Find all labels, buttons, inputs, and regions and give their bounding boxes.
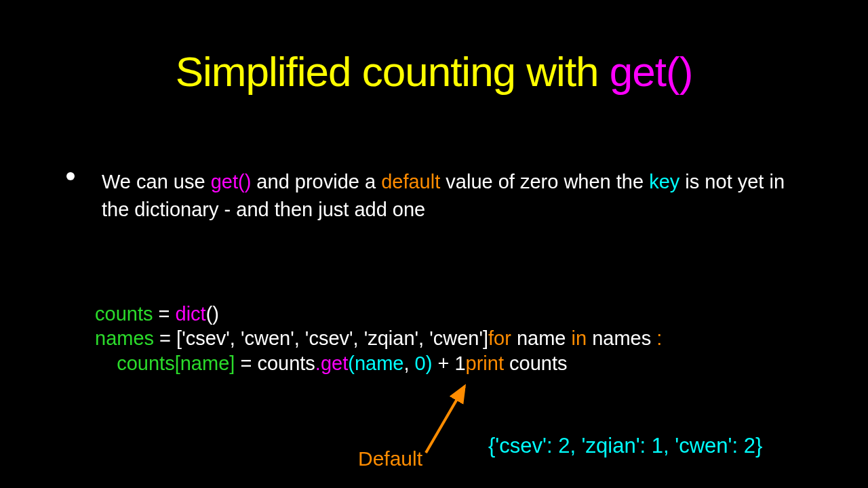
bullet-item: We can use get() and provide a default v… <box>66 168 812 223</box>
slide-title: Simplified counting with get() <box>0 47 868 96</box>
title-part2: get() <box>610 48 692 95</box>
code-line-2: names = ['csev', 'cwen', 'csev', 'zqian'… <box>95 326 662 350</box>
svg-line-1 <box>426 386 465 453</box>
bullet-text: We can use get() and provide a default v… <box>102 168 812 223</box>
code-line-1: counts = dict() <box>95 302 662 326</box>
default-label: Default <box>358 447 422 470</box>
bullet-dot-icon <box>66 172 75 180</box>
output-text: {'csev': 2, 'zqian': 1, 'cwen': 2} <box>488 434 762 458</box>
code-line-3: counts[name] = counts.get(name, 0) + 1pr… <box>95 351 662 375</box>
code-block: counts = dict() names = ['csev', 'cwen',… <box>95 302 662 375</box>
title-part1: Simplified counting with <box>176 48 610 95</box>
